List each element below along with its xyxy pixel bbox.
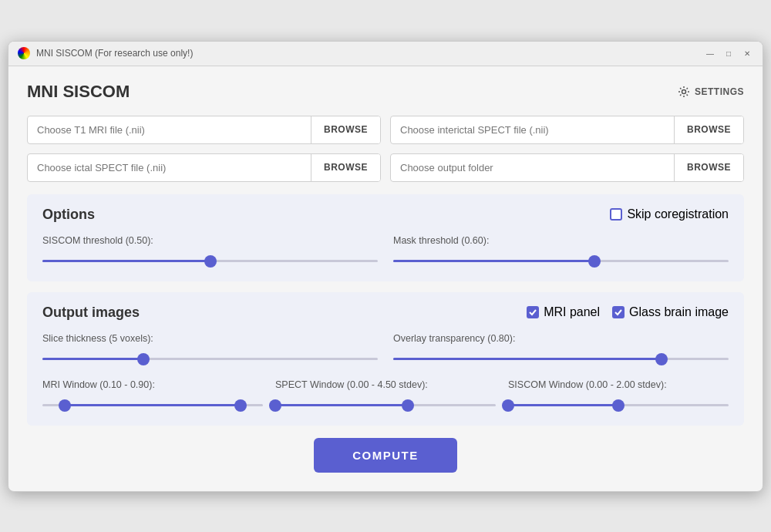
siscom-window-thumb-right[interactable] [612, 399, 625, 412]
slice-thickness-track [42, 358, 378, 360]
siscom-threshold-label: SISCOM threshold (0.50): [42, 235, 378, 246]
siscom-threshold-fill [42, 260, 210, 262]
ictal-spect-row: BROWSE [27, 153, 381, 182]
spect-window-thumb-left[interactable] [269, 399, 281, 412]
spect-window-fill [275, 404, 408, 406]
app-title: MNI SISCOM [27, 82, 130, 102]
settings-button[interactable]: SETTINGS [678, 86, 744, 98]
slice-thickness-slider[interactable] [42, 352, 378, 367]
spect-window-group: SPECT Window (0.00 - 4.50 stdev): [275, 379, 496, 413]
settings-label: SETTINGS [695, 86, 744, 97]
interictal-spect-input[interactable] [391, 116, 674, 143]
titlebar: MNI SISCOM (For research use only!) — □ … [8, 42, 763, 66]
mri-panel-label: MRI panel [544, 305, 600, 319]
output-images-section: Output images MRI panel Glass brain imag… [27, 292, 744, 426]
siscom-window-slider[interactable] [508, 398, 729, 413]
output-range-sliders: MRI Window (0.10 - 0.90): SPECT Window (… [42, 379, 729, 413]
mask-threshold-label: Mask threshold (0.60): [393, 235, 729, 246]
titlebar-controls: — □ ✕ [704, 47, 753, 59]
options-title: Options [42, 207, 95, 223]
t1-mri-input[interactable] [28, 116, 311, 143]
spect-window-slider[interactable] [275, 398, 496, 413]
titlebar-title: MNI SISCOM (For research use only!) [36, 48, 193, 59]
overlay-transparency-thumb[interactable] [655, 353, 668, 365]
svg-point-0 [682, 89, 685, 93]
t1-mri-browse-button[interactable]: BROWSE [311, 116, 380, 143]
spect-window-thumb-right[interactable] [402, 399, 414, 412]
siscom-window-group: SISCOM Window (0.00 - 2.00 stdev): [508, 379, 729, 413]
mask-threshold-track [393, 260, 729, 262]
slice-thickness-label: Slice thickness (5 voxels): [42, 333, 378, 344]
output-folder-input[interactable] [391, 154, 674, 181]
gear-icon [678, 86, 690, 98]
interictal-spect-row: BROWSE [390, 116, 744, 144]
app-header: MNI SISCOM SETTINGS [27, 82, 744, 102]
skip-coregistration-check-icon [610, 208, 622, 221]
glass-brain-check-icon [612, 306, 625, 318]
spect-window-track [275, 404, 496, 406]
mask-threshold-fill [393, 260, 594, 262]
close-button[interactable]: ✕ [741, 47, 753, 59]
mask-threshold-thumb[interactable] [588, 255, 601, 268]
mri-window-thumb-left[interactable] [59, 399, 71, 412]
siscom-threshold-thumb[interactable] [204, 255, 217, 268]
slice-thickness-group: Slice thickness (5 voxels): [42, 333, 378, 367]
overlay-transparency-group: Overlay transparency (0.80): [393, 333, 729, 367]
interictal-spect-browse-button[interactable]: BROWSE [674, 116, 743, 143]
output-images-header: Output images MRI panel Glass brain imag… [42, 305, 729, 321]
mri-panel-checkbox[interactable]: MRI panel [527, 305, 600, 319]
output-images-checkboxes: MRI panel Glass brain image [514, 305, 729, 319]
output-images-title: Output images [42, 305, 140, 321]
siscom-threshold-group: SISCOM threshold (0.50): [42, 235, 378, 269]
mri-window-label: MRI Window (0.10 - 0.90): [42, 379, 263, 390]
glass-brain-label: Glass brain image [629, 305, 729, 319]
main-window: MNI SISCOM (For research use only!) — □ … [8, 41, 763, 492]
skip-coregistration-checkbox[interactable]: Skip coregistration [610, 207, 729, 221]
siscom-threshold-track [42, 260, 378, 262]
siscom-threshold-slider[interactable] [42, 254, 378, 269]
slice-thickness-thumb[interactable] [137, 353, 150, 365]
siscom-window-thumb-left[interactable] [502, 399, 514, 412]
ictal-spect-browse-button[interactable]: BROWSE [311, 154, 380, 181]
overlay-transparency-fill [393, 358, 662, 360]
mri-window-thumb-right[interactable] [234, 399, 247, 412]
output-top-sliders: Slice thickness (5 voxels): Overlay tran… [42, 333, 729, 367]
mask-threshold-slider[interactable] [393, 254, 729, 269]
content-area: MNI SISCOM SETTINGS BROWSE BROWSE [8, 66, 763, 491]
file-inputs-grid: BROWSE BROWSE BROWSE BROWSE [27, 116, 744, 182]
t1-mri-row: BROWSE [27, 116, 381, 144]
titlebar-left: MNI SISCOM (For research use only!) [18, 47, 193, 59]
siscom-window-track [508, 404, 729, 406]
ictal-spect-input[interactable] [28, 154, 311, 181]
app-icon [18, 47, 30, 59]
siscom-window-fill [508, 404, 618, 406]
glass-brain-checkbox[interactable]: Glass brain image [612, 305, 729, 319]
maximize-button[interactable]: □ [722, 47, 735, 59]
mri-window-slider[interactable] [42, 398, 263, 413]
mri-window-fill [65, 404, 241, 406]
spect-window-label: SPECT Window (0.00 - 4.50 stdev): [275, 379, 496, 390]
mask-threshold-group: Mask threshold (0.60): [393, 235, 729, 269]
siscom-window-label: SISCOM Window (0.00 - 2.00 stdev): [508, 379, 729, 390]
overlay-transparency-label: Overlay transparency (0.80): [393, 333, 729, 344]
compute-button[interactable]: COMPUTE [314, 438, 457, 473]
output-folder-row: BROWSE [390, 153, 744, 182]
overlay-transparency-track [393, 358, 729, 360]
mri-window-track [42, 404, 263, 406]
mri-window-group: MRI Window (0.10 - 0.90): [42, 379, 263, 413]
options-sliders: SISCOM threshold (0.50): Mask threshold … [42, 235, 729, 269]
options-header: Options Skip coregistration [42, 207, 729, 223]
options-section: Options Skip coregistration SISCOM thres… [27, 194, 744, 281]
slice-thickness-fill [42, 358, 143, 360]
skip-coregistration-label: Skip coregistration [627, 207, 729, 221]
minimize-button[interactable]: — [704, 47, 716, 59]
output-folder-browse-button[interactable]: BROWSE [674, 154, 743, 181]
mri-panel-check-icon [527, 306, 539, 318]
overlay-transparency-slider[interactable] [393, 352, 729, 367]
